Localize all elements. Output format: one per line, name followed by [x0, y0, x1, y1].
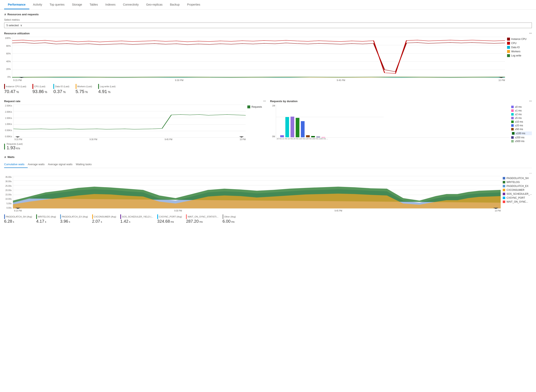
waits-tab-signal[interactable]: Average signal waits [48, 161, 76, 168]
wm-label-pageiolatch-sh: PAGEIOLATCH_SH (Avg) [6, 215, 32, 218]
rbd-legend-20ms: ≥20 ms [511, 124, 532, 127]
wm-num-pageiolatch-ex: 3.96 [60, 219, 68, 224]
w-label-writelog: WRITELOG [506, 181, 520, 184]
w-x-915: 9:15 PM [14, 210, 22, 212]
nav-tab-properties[interactable]: Properties [183, 0, 204, 9]
w-label-sos: SOS_SCHEDULER_... [506, 192, 532, 195]
rr-metric-label: Requests (Last) [7, 143, 23, 145]
metric-cpu: CPU (Last) 93.86 % [32, 84, 47, 94]
w-x-10pm: 10 PM [495, 210, 501, 212]
wm-bar-writelog [36, 215, 37, 219]
x-label-945: 9:45 PM [337, 79, 345, 81]
wm-writelog: WRITELOG (Avg) 4.17 s [36, 215, 56, 224]
requests-by-duration-section: Requests by duration ··· 1M 0M [270, 99, 532, 150]
request-rate-menu[interactable]: ··· [263, 99, 266, 103]
nav-tab-connectivity[interactable]: Connectivity [119, 0, 142, 9]
svg-rect-9 [301, 121, 305, 137]
w-y-35: 35.00s [5, 176, 12, 178]
waits-chart-menu[interactable]: ··· [529, 171, 532, 175]
w-color-pageiolatch-ex [503, 185, 505, 187]
metric-num-log-write: 4.91 [98, 89, 107, 94]
metric-workers: Workers (Last) 5.75 % [76, 84, 92, 94]
wm-num-cxconsumer: 2.07 [92, 219, 100, 224]
wm-wait-sync: WAIT_ON_SYNC_STATISTI... 287.20 ms [186, 215, 218, 224]
w-y-10: 10.00s [5, 198, 12, 200]
dropdown-chevron: ∨ [20, 24, 22, 27]
w-x-930: 9:30 PM [174, 210, 182, 212]
metric-bar-workers [76, 84, 76, 89]
wm-pageiolatch-sh: PAGEIOLATCH_SH (Avg) 6.28 s [4, 215, 32, 224]
rbd-legend-1ms: ≥1 ms [511, 109, 532, 112]
y-40: 40% [6, 60, 11, 63]
wm-label-other: Other (Avg) [224, 215, 236, 218]
w-color-cxsync [503, 197, 505, 199]
svg-rect-13 [322, 137, 325, 137]
rr-y-250: 2.50K/s [5, 105, 12, 107]
nav-tab-activity[interactable]: Activity [29, 0, 46, 9]
rbd-legend-500ms: ≥500 ms [511, 140, 532, 143]
legend-color-cpu [507, 42, 510, 45]
resource-utilization-menu[interactable]: ··· [529, 31, 532, 35]
wm-other: Other (Avg) 6.00 ms [222, 215, 236, 224]
metrics-select-dropdown[interactable]: 5 selected ∨ [4, 23, 532, 28]
wm-unit-pageiolatch-sh: s [12, 220, 14, 223]
y-80: 80% [6, 45, 11, 47]
wm-cxconsumer: CXCONSUMER (Avg) 2.07 s [92, 215, 116, 224]
legend-cpu: CPU [507, 42, 532, 45]
w-y-5: 5.00s [7, 202, 12, 205]
waits-tab-cumulative[interactable]: Cumulative waits [4, 161, 28, 168]
svg-rect-7 [291, 117, 294, 137]
nav-tab-storage[interactable]: Storage [68, 0, 86, 9]
nav-tab-tables[interactable]: Tables [86, 0, 102, 9]
wm-num-writelog: 4.17 [36, 219, 44, 224]
legend-label-log-write: Log write [511, 54, 521, 57]
nav-tab-top-queries[interactable]: Top queries [46, 0, 68, 9]
rbd-label-200ms: ≥200 ms [515, 136, 524, 139]
rbd-color-500ms [511, 140, 514, 142]
svg-rect-10 [306, 135, 310, 137]
svg-rect-5 [280, 135, 284, 137]
request-rate-title: Request rate [4, 100, 20, 103]
w-label-pageiolatch-ex: PAGEIOLATCH_EX [506, 185, 528, 187]
w-legend-wait-sync: WAIT_ON_SYNC... [503, 200, 532, 203]
rbd-menu[interactable]: ··· [529, 99, 532, 103]
wm-label-wait-sync: WAIT_ON_SYNC_STATISTI... [188, 215, 218, 218]
w-color-sos [503, 193, 505, 195]
waits-tab-waiting[interactable]: Waiting tasks [76, 161, 95, 168]
wm-bar-other [222, 215, 223, 219]
rbd-color-5ms [511, 117, 514, 119]
nav-tab-indexes[interactable]: Indexes [102, 0, 119, 9]
nav-tab-performance[interactable]: Performance [4, 0, 29, 9]
metric-bar-cpu [32, 84, 33, 89]
resource-utilization-section: Resource utilization ··· 100% 80% 60% 40… [4, 31, 532, 94]
wm-unit-writelog: s [44, 220, 46, 223]
w-legend-sos: SOS_SCHEDULER_... [503, 192, 532, 195]
rr-y-150: 1.50K/s [5, 117, 12, 119]
w-legend-cxconsumer: CXCONSUMER [503, 189, 532, 191]
rbd-label-1ms: ≥1 ms [515, 109, 522, 112]
wm-unit-wait-sync: ms [199, 220, 203, 223]
rbd-legend-5ms: ≥5 ms [511, 117, 532, 120]
waits-title: Waits [7, 155, 14, 159]
waits-section-header[interactable]: ∧ Waits [4, 155, 532, 159]
w-color-cxconsumer [503, 189, 505, 191]
rr-metric-item: Requests (Last) 1.93 K/s [7, 143, 23, 150]
svg-rect-6 [285, 117, 289, 137]
resources-section-header[interactable]: ∧ Resources and requests [4, 13, 532, 16]
rbd-color-2ms [511, 113, 514, 116]
rbd-label-50ms: ≥50 ms [515, 128, 523, 131]
y-0: 0% [7, 76, 11, 78]
metric-bar-data-io [53, 84, 54, 89]
legend-color-instance-cpu [507, 38, 510, 41]
wm-unit-cxconsumer: s [100, 220, 102, 223]
metric-num-cpu: 93.86 [32, 89, 44, 94]
metric-unit-data-io: % [62, 90, 65, 94]
rbd-color-20ms [511, 124, 514, 127]
svg-marker-2 [15, 136, 20, 137]
nav-tab-geo-replicas[interactable]: Geo-replicas [142, 0, 166, 9]
metric-data-io: Data IO (Last) 0.37 % [53, 84, 69, 94]
waits-tab-average[interactable]: Average waits [28, 161, 48, 168]
legend-label-instance-cpu: Instance CPU [511, 38, 527, 41]
nav-tab-backup[interactable]: Backup [166, 0, 184, 9]
rr-x-930: 9:30 PM [89, 138, 97, 140]
